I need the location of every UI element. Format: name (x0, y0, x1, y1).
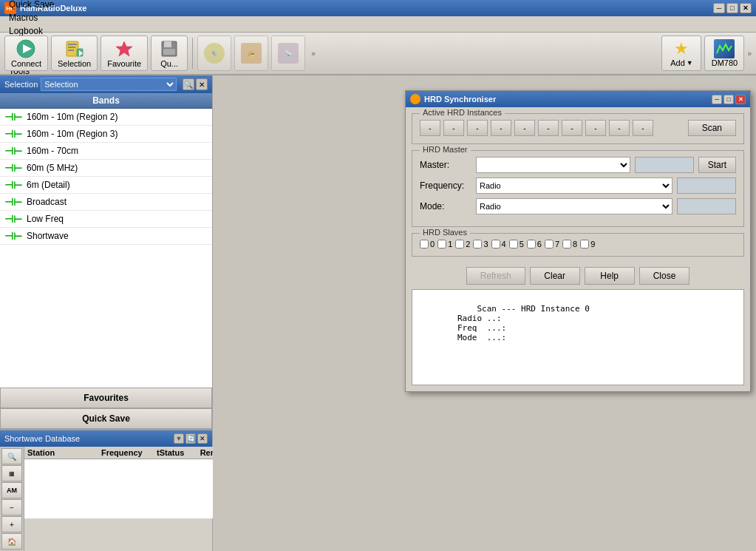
left-panel: Selection Selection 🔍 ✕ Bands ⊣⊢160m - 1… (0, 75, 213, 551)
band-item[interactable]: ⊣⊢160m - 10m (Region 2) (0, 109, 212, 126)
toolbar-icon-2[interactable]: 📻 (234, 36, 268, 71)
band-item[interactable]: ⊣⊢160m - 10m (Region 3) (0, 126, 212, 143)
search-header-icon[interactable]: 🔍 (183, 78, 194, 90)
add-button[interactable]: ★ Add ▼ (661, 36, 701, 71)
band-list[interactable]: ⊣⊢160m - 10m (Region 2)⊣⊢160m - 10m (Reg… (0, 109, 212, 388)
menu-item-quick-save[interactable]: Quick Save (3, 0, 60, 11)
sw-search-btn[interactable]: 🔍 (1, 448, 22, 464)
modal-minimize-btn[interactable]: ─ (712, 95, 722, 104)
instance-btn-2[interactable]: - (467, 120, 488, 136)
slave-checkbox-2[interactable] (455, 240, 464, 249)
slave-checkbox-3[interactable] (473, 240, 482, 249)
shortwave-refresh-btn[interactable]: 🔄 (185, 433, 196, 444)
instance-btn-3[interactable]: - (491, 120, 511, 136)
connect-icon (16, 38, 36, 59)
slaves-row: 0123456789 (420, 240, 736, 249)
slave-checkbox-6[interactable] (527, 240, 536, 249)
col-station: Station (27, 448, 101, 457)
modal-title: HRD Synchroniser (424, 95, 496, 104)
sw-grid-btn[interactable]: ▦ (1, 465, 22, 481)
maximize-button[interactable]: □ (726, 3, 738, 13)
modal-overlay: HRD Synchroniser ─ □ ✕ Active HRD Instan… (213, 75, 756, 551)
minimize-button[interactable]: ─ (713, 3, 725, 13)
band-item[interactable]: ⊣⊢160m - 70cm (0, 143, 212, 160)
selection-icon (64, 38, 85, 59)
slave-label-9: 9 (590, 240, 595, 249)
band-item[interactable]: ⊣⊢Shortwave (0, 228, 212, 245)
mode-value-box (677, 198, 736, 214)
instance-btn-9[interactable]: - (633, 120, 653, 136)
close-panel-button[interactable]: ✕ (196, 78, 208, 90)
help-button[interactable]: Help (585, 267, 635, 285)
slave-checkbox-1[interactable] (437, 240, 446, 249)
quicksave-toolbar-button[interactable]: Qu... (151, 36, 188, 71)
frequency-select[interactable]: Radio (476, 178, 672, 194)
instance-btn-4[interactable]: - (514, 120, 535, 136)
shortwave-panel: Shortwave Database ▼ 🔄 ✕ 🔍 ▦ AM − + 🏠 (0, 429, 212, 551)
instance-btn-8[interactable]: - (609, 120, 630, 136)
close-button[interactable]: ✕ (740, 3, 752, 13)
main-area: Selection Selection 🔍 ✕ Bands ⊣⊢160m - 1… (0, 75, 756, 551)
instance-btn-6[interactable]: - (562, 120, 582, 136)
sw-home-btn[interactable]: 🏠 (1, 533, 22, 550)
shortwave-close-btn[interactable]: ✕ (197, 433, 208, 444)
clear-button[interactable]: Clear (530, 267, 580, 285)
slave-checkbox-9[interactable] (580, 240, 589, 249)
slave-checkbox-0[interactable] (420, 240, 429, 249)
band-item[interactable]: ⊣⊢6m (Detail) (0, 177, 212, 194)
band-item[interactable]: ⊣⊢60m (5 MHz) (0, 160, 212, 177)
favourite-button[interactable]: Favourite (101, 36, 148, 71)
connect-label: Connect (11, 59, 41, 68)
selection-dropdown[interactable]: Selection (41, 78, 177, 91)
add-dropdown-arrow[interactable]: ▼ (687, 59, 693, 67)
mode-field-label: Mode: (420, 201, 471, 212)
slave-label-0: 0 (430, 240, 435, 249)
modal-body: Active HRD Instances ----------Scan HRD … (406, 107, 750, 391)
instance-btn-7[interactable]: - (585, 120, 606, 136)
slave-checkbox-7[interactable] (545, 240, 554, 249)
slave-label-7: 7 (555, 240, 559, 249)
start-button[interactable]: Start (698, 157, 736, 173)
sw-am-btn[interactable]: AM (1, 482, 22, 498)
sw-plus-btn[interactable]: + (1, 516, 22, 533)
master-select[interactable] (476, 157, 630, 173)
toolbar-icon-2-img: 📻 (241, 43, 262, 64)
right-overflow[interactable]: » (747, 36, 752, 71)
master-row: Master: Start (420, 157, 736, 173)
favourite-icon (114, 38, 134, 59)
favourite-label: Favourite (107, 59, 141, 68)
selection-header: Selection Selection 🔍 ✕ (0, 75, 212, 93)
hrd-master-label: HRD Master (420, 145, 471, 154)
slave-label-8: 8 (573, 240, 577, 249)
slave-checkbox-4[interactable] (491, 240, 500, 249)
instance-btn-5[interactable]: - (538, 120, 559, 136)
menu-item-macros[interactable]: Macros (3, 11, 60, 24)
toolbar-icon-1[interactable]: 🎙️ (197, 36, 231, 71)
selection-button[interactable]: Selection (51, 36, 98, 71)
sw-minus-btn[interactable]: − (1, 499, 22, 515)
band-item[interactable]: ⊣⊢Low Freq (0, 211, 212, 228)
favourites-button[interactable]: Favourites (0, 388, 212, 408)
master-value-box (635, 157, 694, 173)
connect-button[interactable]: Connect (4, 36, 48, 71)
slave-checkbox-8[interactable] (562, 240, 571, 249)
quicksave-panel-button[interactable]: Quick Save (0, 408, 212, 429)
close-modal-button[interactable]: Close (639, 267, 690, 285)
modal-close-btn[interactable]: ✕ (735, 95, 746, 104)
toolbar-icon-3[interactable]: 📡 (271, 36, 305, 71)
scan-button[interactable]: Scan (688, 120, 736, 136)
dm780-button[interactable]: DM780 (704, 36, 744, 71)
modal-maximize-btn[interactable]: □ (723, 95, 734, 104)
refresh-button[interactable]: Refresh (466, 267, 525, 285)
shortwave-dropdown-btn[interactable]: ▼ (174, 433, 184, 444)
title-bar-controls: ─ □ ✕ (713, 3, 752, 13)
slave-checkbox-5[interactable] (509, 240, 518, 249)
star-icon: ★ (674, 39, 689, 58)
toolbar-overflow[interactable]: » (308, 50, 319, 58)
master-field-label: Master: (420, 160, 471, 170)
instance-btn-1[interactable]: - (443, 120, 464, 136)
mode-select[interactable]: Radio (476, 198, 672, 214)
band-item[interactable]: ⊣⊢Broadcast (0, 194, 212, 211)
instance-btn-0[interactable]: - (420, 120, 440, 136)
svg-rect-10 (164, 41, 171, 47)
